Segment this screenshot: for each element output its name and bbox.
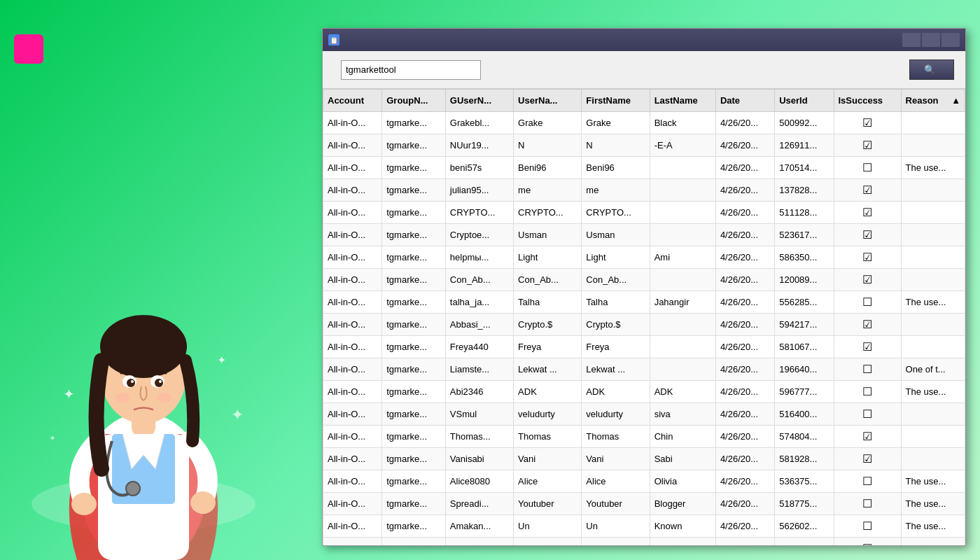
cell-username: Alice bbox=[514, 470, 582, 493]
cell-username: ADK bbox=[514, 381, 582, 403]
cell-guser: beni57s bbox=[445, 157, 513, 179]
table-row: All-in-O... tgmarke... Alice8080 Alice A… bbox=[323, 470, 965, 493]
cell-date: 4/26/20... bbox=[715, 157, 774, 179]
cell-userid: 170514... bbox=[775, 157, 834, 179]
cell-firstname: Thomas bbox=[582, 426, 650, 448]
cell-date: 4/26/20... bbox=[715, 112, 774, 134]
cell-userid: 500992... bbox=[775, 112, 834, 134]
cell-reason bbox=[901, 314, 965, 336]
cell-firstname: ADK bbox=[582, 381, 650, 403]
cell-lastname bbox=[650, 358, 715, 381]
search-button[interactable]: 🔍 bbox=[909, 59, 954, 80]
cell-issuccess: ☑ bbox=[834, 224, 901, 246]
cell-group: tgmarke... bbox=[382, 224, 446, 246]
table-row: All-in-O... tgmarke... Abbasi_... Crypto… bbox=[323, 314, 965, 336]
cell-lastname: ADK bbox=[650, 381, 715, 403]
table-row: All-in-O... tgmarke... Abi2346 ADK ADK A… bbox=[323, 381, 965, 403]
cell-firstname: N bbox=[582, 134, 650, 157]
cell-lastname bbox=[650, 314, 715, 336]
minimize-button[interactable] bbox=[902, 33, 920, 47]
cell-lastname: Ami bbox=[650, 246, 715, 269]
cell-userid: 126911... bbox=[775, 134, 834, 157]
cell-reason bbox=[901, 134, 965, 157]
search-icon: 🔍 bbox=[924, 64, 935, 75]
cell-lastname: Sabi bbox=[650, 448, 715, 470]
cell-issuccess: ☑ bbox=[834, 448, 901, 470]
table-row: All-in-O... tgmarke... Vanisabi Vani Van… bbox=[323, 448, 965, 470]
cell-guser: helpmы... bbox=[445, 246, 513, 269]
restore-button[interactable] bbox=[922, 33, 940, 47]
cell-account: All-in-O... bbox=[323, 470, 382, 493]
subtitle-container bbox=[14, 31, 50, 64]
table-row: All-in-O... tgmarke... beni57s Beni96 Be… bbox=[323, 157, 965, 179]
cell-reason bbox=[901, 269, 965, 291]
cell-userid: 596777... bbox=[775, 381, 834, 403]
cell-userid: 563774... bbox=[775, 538, 834, 546]
cell-guser: Grakebl... bbox=[445, 112, 513, 134]
cell-firstname: Usman bbox=[582, 224, 650, 246]
cell-guser: julian95... bbox=[445, 179, 513, 202]
app-window: 📋 🔍 Account GroupN... bbox=[322, 28, 966, 546]
svg-point-12 bbox=[127, 379, 135, 387]
cell-account: All-in-O... bbox=[323, 291, 382, 314]
window-icon: 📋 bbox=[328, 34, 340, 46]
checkmark-icon bbox=[14, 34, 43, 64]
cell-username: Freya bbox=[514, 336, 582, 358]
cell-firstname: Grake bbox=[582, 112, 650, 134]
cell-group: tgmarke... bbox=[382, 470, 446, 493]
cell-username: Light bbox=[514, 246, 582, 269]
col-groupn: GroupN... bbox=[382, 90, 446, 112]
svg-text:✦: ✦ bbox=[49, 433, 56, 443]
cell-reason: The use... bbox=[901, 381, 965, 403]
cell-userid: 562602... bbox=[775, 515, 834, 538]
col-userna: UserNa... bbox=[514, 90, 582, 112]
cell-lastname: Tasnim bbox=[650, 538, 715, 546]
cell-reason bbox=[901, 179, 965, 202]
cell-userid: 581928... bbox=[775, 448, 834, 470]
cell-date: 4/26/20... bbox=[715, 381, 774, 403]
cell-date: 4/26/20... bbox=[715, 538, 774, 546]
cell-guser: Con_Ab... bbox=[445, 269, 513, 291]
cell-userid: 120089... bbox=[775, 269, 834, 291]
cell-username: Tasfiya bbox=[514, 538, 582, 546]
groupusername-input[interactable] bbox=[341, 60, 481, 80]
cell-firstname: me bbox=[582, 179, 650, 202]
cell-issuccess: ☐ bbox=[834, 403, 901, 426]
cell-group: tgmarke... bbox=[382, 202, 446, 224]
cell-group: tgmarke... bbox=[382, 246, 446, 269]
cell-reason bbox=[901, 403, 965, 426]
svg-text:✦: ✦ bbox=[231, 406, 244, 424]
cell-group: tgmarke... bbox=[382, 448, 446, 470]
cell-userid: 574804... bbox=[775, 426, 834, 448]
cell-group: tgmarke... bbox=[382, 134, 446, 157]
cell-group: tgmarke... bbox=[382, 157, 446, 179]
cell-date: 4/26/20... bbox=[715, 134, 774, 157]
cell-firstname: veludurty bbox=[582, 403, 650, 426]
cell-guser: Cryptoe... bbox=[445, 224, 513, 246]
col-lastname: LastName bbox=[650, 90, 715, 112]
table-row: All-in-O... tgmarke... NUur19... N N -E-… bbox=[323, 134, 965, 157]
cell-userid: 516400... bbox=[775, 403, 834, 426]
cell-userid: 511128... bbox=[775, 202, 834, 224]
svg-point-15 bbox=[159, 380, 162, 383]
table-row: All-in-O... tgmarke... Spreadi... Youtub… bbox=[323, 493, 965, 515]
cell-group: tgmarke... bbox=[382, 381, 446, 403]
close-button[interactable] bbox=[941, 33, 960, 47]
cell-firstname: Light bbox=[582, 246, 650, 269]
cell-reason: The use... bbox=[901, 538, 965, 546]
cell-reason bbox=[901, 448, 965, 470]
cell-reason bbox=[901, 112, 965, 134]
table-container[interactable]: Account GroupN... GUserN... UserNa... Fi… bbox=[323, 89, 965, 545]
cell-issuccess: ☑ bbox=[834, 336, 901, 358]
svg-point-16 bbox=[115, 393, 130, 402]
cell-reason: The use... bbox=[901, 157, 965, 179]
cell-group: tgmarke... bbox=[382, 358, 446, 381]
cell-firstname: Con_Ab... bbox=[582, 269, 650, 291]
cell-account: All-in-O... bbox=[323, 269, 382, 291]
cell-username: N bbox=[514, 134, 582, 157]
svg-point-9 bbox=[100, 315, 187, 378]
cell-account: All-in-O... bbox=[323, 515, 382, 538]
cell-lastname: Chin bbox=[650, 426, 715, 448]
cell-group: tgmarke... bbox=[382, 314, 446, 336]
cell-username: Usman bbox=[514, 224, 582, 246]
